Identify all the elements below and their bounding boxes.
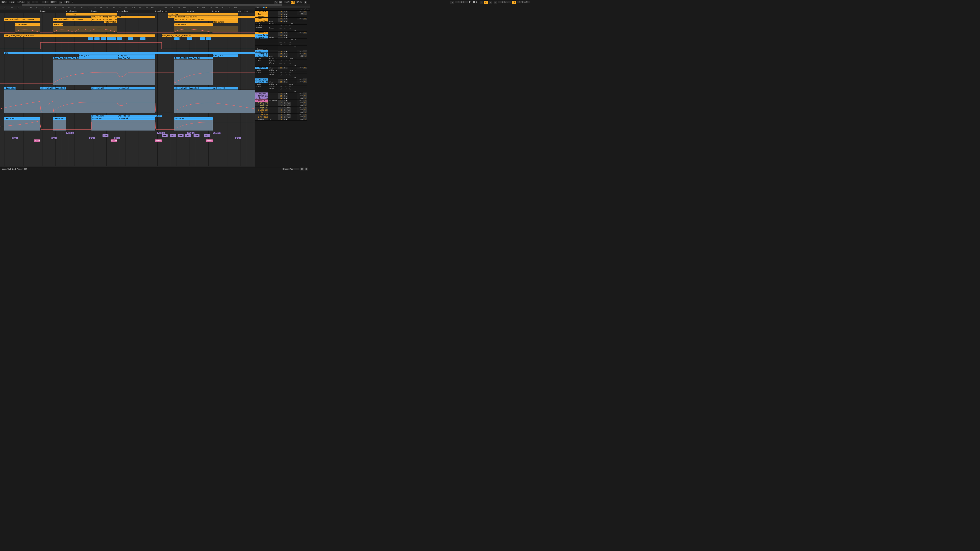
param-value[interactable]: -8.0 — [278, 22, 294, 24]
delay-unit[interactable]: ms — [303, 92, 307, 95]
delay-value[interactable]: 0.00 — [297, 13, 303, 15]
track-number[interactable]: 11 — [278, 18, 283, 20]
automation-lane[interactable] — [0, 26, 255, 34]
delay-unit[interactable]: ms — [303, 17, 307, 20]
clip[interactable]: Detune Pad — [117, 118, 155, 120]
track-number[interactable]: 10 — [278, 16, 283, 17]
post-pre-toggle[interactable]: Post — [285, 114, 291, 116]
device-param-label[interactable] — [255, 46, 268, 48]
delay-value[interactable]: 0.00 — [297, 102, 303, 104]
device-param-label[interactable]: • Gain — [255, 71, 268, 73]
routing-option[interactable] — [268, 46, 278, 48]
pan-value[interactable]: C — [294, 57, 297, 60]
clip[interactable] — [127, 37, 133, 40]
clip[interactable]: High Pad Still — [4, 87, 16, 89]
record-arm-button[interactable]: ● — [285, 53, 288, 55]
send-value[interactable]: -inf — [288, 60, 292, 62]
clip[interactable]: Choir Pad Full — [117, 115, 155, 117]
fold-toggle-icon[interactable]: ▸ — [255, 50, 257, 52]
device-param-label[interactable]: • Gain — [255, 60, 268, 62]
keyboard-icon[interactable]: ⌨ — [279, 1, 282, 4]
locator-marker[interactable]: Peak — [155, 10, 161, 12]
track-number[interactable]: E — [278, 111, 283, 113]
delay-unit[interactable]: ms — [303, 67, 307, 69]
post-pre-toggle[interactable]: Post — [285, 104, 291, 106]
solo-button[interactable]: S — [283, 67, 285, 69]
clip[interactable]: Warp Sta — [213, 132, 221, 134]
track-header-row[interactable]: G Mix SquashGSPost0.00ms — [255, 116, 310, 118]
track-number[interactable]: F — [278, 114, 283, 116]
track-number[interactable]: 26 — [278, 97, 283, 99]
track-header-row[interactable]: Lead Synth14S● — [255, 34, 310, 37]
device-param-label[interactable] — [255, 74, 268, 76]
clip[interactable]: Choir Pad — [155, 115, 162, 117]
device-param-label[interactable] — [255, 88, 268, 90]
clip[interactable]: Warp Sta — [157, 132, 165, 134]
device-param-label[interactable] — [255, 29, 268, 32]
clip[interactable]: Rolling Arp — [117, 54, 155, 57]
solo-button[interactable]: S — [283, 107, 285, 109]
track-number[interactable]: 27 — [278, 100, 283, 102]
routing-selector[interactable]: 1/2 — [268, 118, 278, 120]
track-name-label[interactable]: D Lead Delay — [257, 109, 268, 111]
record-arm-button[interactable]: ● — [285, 79, 288, 81]
fold-toggle-icon[interactable]: ▾ — [255, 67, 257, 69]
clip[interactable]: High Pad Still — [174, 87, 187, 89]
device-param-label[interactable] — [255, 64, 268, 67]
track-name-label[interactable]: Ride — [257, 17, 268, 20]
record-arm-button[interactable]: ● — [285, 67, 288, 69]
send-value[interactable]: -inf — [288, 88, 292, 90]
clip[interactable] — [174, 37, 180, 40]
link-button[interactable]: Link — [1, 1, 7, 3]
clip[interactable]: Noise Shaker — [15, 23, 40, 26]
delay-unit[interactable]: ms — [303, 109, 307, 111]
mixer-toggle-icon[interactable]: ◨ — [265, 6, 267, 8]
param-value[interactable]: -inf — [278, 30, 297, 32]
zoom-field[interactable]: 100% — [50, 1, 57, 3]
clip[interactable]: PML_PT8_Hatloop_064_133BPM — [4, 18, 40, 21]
solo-button[interactable]: S — [283, 55, 285, 57]
locator-marker[interactable]: Full-on — [187, 10, 194, 12]
fold-toggle-icon[interactable]: ▸ — [255, 32, 257, 34]
delay-value[interactable]: 0.00 — [297, 109, 303, 111]
fold-toggle-icon[interactable]: ▾ — [255, 37, 257, 38]
clip[interactable]: Detune Pad — [174, 118, 213, 120]
send-value[interactable]: -inf — [278, 71, 283, 73]
delay-unit[interactable]: ms — [303, 78, 307, 81]
clip[interactable]: Stutter F — [111, 140, 117, 142]
delay-unit[interactable]: ms — [303, 116, 307, 118]
clip[interactable]: Detune Pad — [91, 118, 117, 120]
send-value[interactable]: -inf — [283, 71, 288, 73]
fold-toggle-icon[interactable]: ▾ — [255, 55, 257, 57]
pan-value[interactable]: C — [294, 83, 297, 85]
midi-map-button[interactable]: MIDI — [291, 1, 294, 4]
clip[interactable]: Tors — [178, 134, 183, 137]
delay-value[interactable]: 0.00 — [297, 78, 303, 81]
param-value[interactable]: -12.0 — [278, 83, 294, 85]
solo-button[interactable]: S — [283, 81, 285, 83]
locator-marker[interactable]: Breakdown — [117, 10, 128, 12]
routing-option[interactable]: Synths — [268, 74, 278, 76]
routing-option[interactable]: In |Auto| Off — [268, 86, 278, 87]
track-number[interactable]: 19 — [278, 53, 283, 55]
clip[interactable] — [94, 37, 100, 40]
track-name-label[interactable]: A Small Rvb — [257, 102, 268, 104]
clip[interactable]: Cho — [51, 137, 57, 139]
solo-button[interactable]: S — [283, 53, 285, 55]
routing-option[interactable]: All Channe — [268, 83, 278, 85]
track-name-label[interactable]: Master — [257, 118, 268, 120]
routing-option[interactable]: Synths — [268, 62, 278, 64]
track-header-row[interactable]: ▾Synths• Speaker On▾Master17S●-8.0C-inf-… — [255, 37, 310, 50]
track-header-row[interactable]: Top HH9S●0.00ms — [255, 13, 310, 15]
disk-overload-icon[interactable]: ▮ — [304, 1, 307, 4]
delay-unit[interactable]: ms — [303, 106, 307, 109]
clip[interactable]: Cho — [115, 137, 120, 139]
timesig-num[interactable]: 4 — [32, 1, 38, 3]
device-param-label[interactable]: • Speaker On — [255, 48, 265, 50]
track-number[interactable]: 20 — [278, 55, 283, 57]
post-pre-toggle[interactable]: Post — [285, 111, 291, 113]
detail-view-icon[interactable]: ▤ — [300, 168, 304, 170]
fold-toggle-icon[interactable]: ▸ — [255, 100, 257, 102]
locator-marker[interactable]: Little More — [66, 10, 76, 12]
solo-button[interactable]: S — [283, 95, 285, 97]
